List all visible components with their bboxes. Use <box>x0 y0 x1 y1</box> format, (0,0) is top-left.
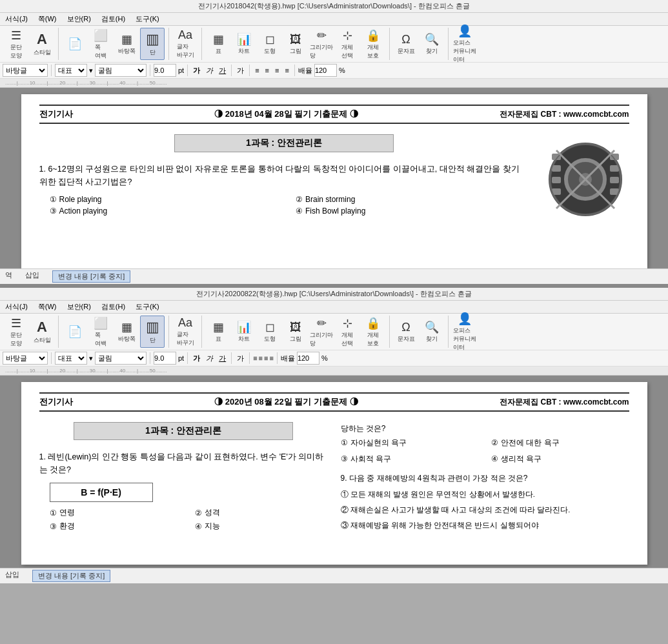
image-btn[interactable]: 🖼 그림 <box>283 28 308 60</box>
style-btn[interactable]: A 스타일 <box>30 28 54 60</box>
new-page-btn[interactable]: 📄 <box>63 28 87 60</box>
zoom-label: 배율 <box>298 66 312 75</box>
w2-office-comm-btn[interactable]: 👤 오피스커뮤니케이터 <box>452 316 477 348</box>
w2-choice-4: ④ 지능 <box>195 521 328 532</box>
menu-page[interactable]: 쪽(W) <box>38 14 57 24</box>
char-replace-btn[interactable]: Aa 글자바꾸기 <box>173 28 197 60</box>
object-protect-btn[interactable]: 🔒 개체보호 <box>361 28 385 60</box>
find-btn[interactable]: 🔍 찾기 <box>420 28 444 60</box>
w2-table-btn[interactable]: ▦ 표 <box>206 316 230 348</box>
menu-format[interactable]: 서식(J) <box>5 14 28 24</box>
menu-tools[interactable]: 도구(K) <box>136 14 159 24</box>
w2-menu-format[interactable]: 서식(J) <box>5 302 28 312</box>
window1-page: 전기기사 ◑ 2018년 04월 28일 필기 기출문제 ◑ 전자문제집 CBT… <box>21 94 647 268</box>
doc2-q9-choices: ① 모든 재해의 발생 원인은 무연적인 상황에서 발생한다. ② 재해손실은 … <box>341 488 629 532</box>
status-tab-1[interactable]: 삽입 <box>25 270 39 283</box>
w2-right-c4: ④ 생리적 욕구 <box>491 452 629 467</box>
window2-toolbar: ☰ 문단모양 A 스타일 📄 ⬜ 쪽여백 ▦ 바탕쪽 ▥ 단 <box>0 314 668 350</box>
doc2-q1-choices: ① 연령 ② 성격 ③ 환경 ④ 지능 <box>50 507 328 532</box>
svg-rect-4 <box>552 165 561 172</box>
w2-menu-review[interactable]: 검토(H) <box>101 302 125 312</box>
menu-review[interactable]: 검토(H) <box>101 14 125 24</box>
bold-btn[interactable]: 가 <box>191 66 202 75</box>
w2-align-btns: ≡ ≡ ≡ ≡ <box>253 354 274 362</box>
w2-drawing-btn[interactable]: ✏ 그리기마당 <box>309 316 334 348</box>
status-tab-0[interactable]: 역 <box>5 270 12 283</box>
window2-menu-bar[interactable]: 서식(J) 쪽(W) 보안(R) 검토(H) 도구(K) <box>0 301 668 314</box>
w2-underline-btn[interactable]: 가 <box>217 354 228 363</box>
window1-status-bar: 역 삽입 변경 내용 [기록 중지] <box>0 268 668 284</box>
w2-chart-btn[interactable]: 📊 차트 <box>232 316 256 348</box>
shape-btn[interactable]: ◻ 도형 <box>258 28 282 60</box>
office-comm-btn[interactable]: 👤 오피스커뮤니케이터 <box>452 28 477 60</box>
italic-btn[interactable]: 가 <box>204 66 215 75</box>
doc1-header-center: ◑ 2018년 04월 28일 필기 기출문제 ◑ <box>214 108 358 120</box>
chart-btn[interactable]: 📊 차트 <box>232 28 256 60</box>
w2-status-tab-0[interactable]: 삽입 <box>5 570 19 582</box>
align-center-btn[interactable]: ≡ <box>263 66 271 74</box>
w2-new-page-btn[interactable]: 📄 <box>63 316 87 348</box>
w2-master-page-btn[interactable]: ▦ 바탕쪽 <box>114 316 139 348</box>
char-table-btn[interactable]: Ω 문자표 <box>394 28 418 60</box>
window1-menu-bar[interactable]: 서식(J) 쪽(W) 보안(R) 검토(H) 도구(K) <box>0 13 668 26</box>
window2-doc-area: 전기기사 ◑ 2020년 08월 22일 필기 기출문제 ◑ 전자문제집 CBT… <box>0 376 668 568</box>
font-size-input[interactable] <box>154 64 176 77</box>
align-left-btn[interactable]: ≡ <box>253 66 261 74</box>
drawing-btn[interactable]: ✏ 그리기마당 <box>309 28 334 60</box>
w2-zoom-input[interactable] <box>297 352 319 365</box>
w2-status-tab-1[interactable]: 변경 내용 [기록 중지] <box>32 570 110 582</box>
w2-font-color-btn[interactable]: 가 <box>235 354 246 363</box>
window2-title-bar: 전기기사20200822(학생용).hwp [C:\Users\Administ… <box>0 288 668 301</box>
w2-find-btn[interactable]: 🔍 찾기 <box>420 316 444 348</box>
w2-bold-btn[interactable]: 가 <box>191 354 202 363</box>
w2-style-btn[interactable]: A 스타일 <box>30 316 54 348</box>
w2-menu-tools[interactable]: 도구(K) <box>136 302 159 312</box>
column-btn[interactable]: ▥ 단 <box>140 28 165 60</box>
para-style-btn[interactable]: ☰ 문단모양 <box>4 28 28 60</box>
w2-italic-btn[interactable]: 가 <box>204 354 215 363</box>
doc2-header-left: 전기기사 <box>39 396 73 408</box>
w2-image-btn[interactable]: 🖼 그림 <box>283 316 308 348</box>
w2-shape-btn[interactable]: ◻ 도형 <box>258 316 282 348</box>
w2-menu-security[interactable]: 보안(R) <box>67 302 91 312</box>
object-select-btn[interactable]: ⊹ 개체선택 <box>335 28 359 60</box>
w2-column-btn[interactable]: ▥ 단 <box>140 316 165 348</box>
status-tab-2[interactable]: 변경 내용 [기록 중지] <box>52 270 130 283</box>
w2-font-type-select[interactable]: 대표 <box>55 352 87 365</box>
underline-btn[interactable]: 가 <box>217 66 228 75</box>
align-right-btn[interactable]: ≡ <box>273 66 281 74</box>
doc2-q9: 9. 다음 중 재해예방의 4원칙과 관련이 가장 적은 것은? <box>341 472 629 486</box>
doc1-left-content: 1과목 : 안전관리론 1. 6~12명의 구성원으로 타인의 비판 없이 자유… <box>39 134 529 218</box>
menu-security[interactable]: 보안(R) <box>67 14 91 24</box>
doc2-question1: 1. 레빈(Lewin)의 인간 행동 특성을 다음과 같이 표현하였다. 변수… <box>39 450 328 476</box>
w2-char-replace-btn[interactable]: Aa 글자바꾸기 <box>173 316 197 348</box>
master-page-btn[interactable]: ▦ 바탕쪽 <box>114 28 139 60</box>
window1: 전기기사2018042(학생용).hwp [C:\Users\Administr… <box>0 0 668 284</box>
align-justify-btn[interactable]: ≡ <box>283 66 290 74</box>
page-margin-btn[interactable]: ⬜ 쪽여백 <box>88 28 113 60</box>
w2-right-c1: ① 자아실현의 욕구 <box>341 436 479 450</box>
w2-page-margin-btn[interactable]: ⬜ 쪽여백 <box>88 316 113 348</box>
window2-format-bar: 바탕글 대표 ▾ 굴림 pt 가 가 가 가 ≡ ≡ ≡ ≡ 배율 % <box>0 350 668 367</box>
w2-style-select[interactable]: 바탕글 <box>3 352 48 365</box>
font-color-btn[interactable]: 가 <box>235 66 246 75</box>
font-type-select[interactable]: 대표 <box>55 64 87 77</box>
window1-doc-header: 전기기사 ◑ 2018년 04월 28일 필기 기출문제 ◑ 전자문제집 CBT… <box>39 105 629 124</box>
table-btn[interactable]: ▦ 표 <box>206 28 230 60</box>
style-select[interactable]: 바탕글 <box>3 64 48 77</box>
w2-font-size-input[interactable] <box>154 352 176 365</box>
font-name-select[interactable]: 굴림 <box>95 64 147 77</box>
choice-3: ③ Action playing <box>50 206 283 216</box>
window2-status-bar: 삽입 변경 내용 [기록 중지] <box>0 568 668 583</box>
w2-para-style-btn[interactable]: ☰ 문단모양 <box>4 316 28 348</box>
font-type-arrow: ▾ <box>89 66 93 75</box>
w2-char-table-btn[interactable]: Ω 문자표 <box>394 316 418 348</box>
w2-menu-page[interactable]: 쪽(W) <box>38 302 57 312</box>
zoom-input[interactable] <box>314 64 337 77</box>
w2-font-size-unit: pt <box>178 354 184 362</box>
w2-object-protect-btn[interactable]: 🔒 개체보호 <box>361 316 385 348</box>
w2-object-select-btn[interactable]: ⊹ 개체선택 <box>335 316 359 348</box>
w2-font-name-select[interactable]: 굴림 <box>95 352 147 365</box>
svg-rect-9 <box>610 177 619 183</box>
window2-doc-header: 전기기사 ◑ 2020년 08월 22일 필기 기출문제 ◑ 전자문제집 CBT… <box>39 392 629 412</box>
